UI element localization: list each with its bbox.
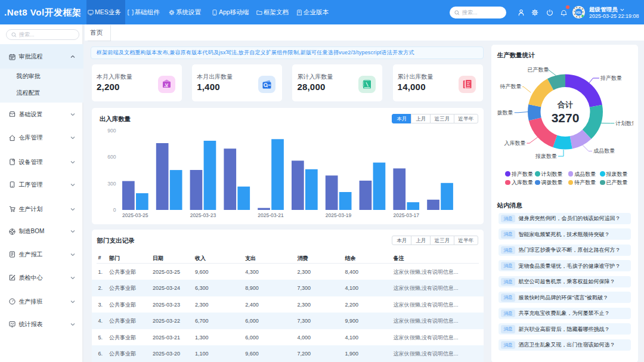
svg-text:已产数量: 已产数量 xyxy=(528,67,549,73)
svg-text:计划数量: 计划数量 xyxy=(615,120,633,126)
svg-text:900: 900 xyxy=(107,128,116,134)
svg-text:2025-03-23: 2025-03-23 xyxy=(190,212,216,218)
svg-text:3270: 3270 xyxy=(552,110,580,124)
svg-text:0: 0 xyxy=(113,207,116,213)
svg-text:排产数量: 排产数量 xyxy=(600,75,622,81)
svg-text:入库数量: 入库数量 xyxy=(504,140,525,146)
svg-text:2025-03-25: 2025-03-25 xyxy=(122,212,148,218)
svg-text:300: 300 xyxy=(107,181,116,187)
svg-text:2025-03-21: 2025-03-21 xyxy=(258,212,284,218)
svg-text:调拨数量: 调拨数量 xyxy=(492,110,513,116)
svg-text:合计: 合计 xyxy=(557,100,573,109)
svg-text:2025-03-17: 2025-03-17 xyxy=(393,212,419,218)
svg-text:成品数量: 成品数量 xyxy=(593,148,615,154)
svg-text:VOL: VOL xyxy=(576,11,582,14)
svg-text:报废数量: 报废数量 xyxy=(535,153,557,159)
svg-text:2025-03-19: 2025-03-19 xyxy=(326,212,352,218)
svg-text:600: 600 xyxy=(107,154,116,160)
svg-text:待产数量: 待产数量 xyxy=(499,83,521,89)
